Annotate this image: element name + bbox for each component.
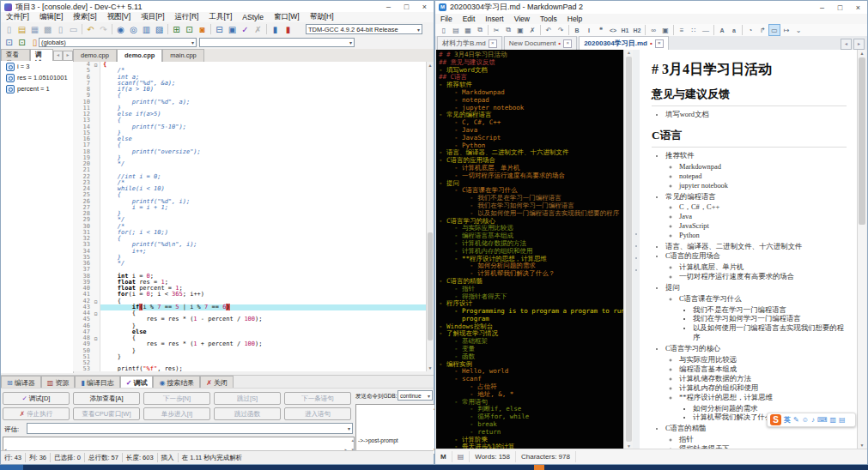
mdp-menu-item-4[interactable]: Tools <box>535 15 562 23</box>
goto-function-icon[interactable]: ▨ <box>153 23 166 35</box>
sogou-tool-icon-2[interactable]: ♪ <box>811 416 815 424</box>
replace-icon[interactable]: ◎ <box>127 23 140 35</box>
watch-item-0[interactable]: i = 3 <box>1 61 73 72</box>
export-icon[interactable]: ↦ <box>780 24 792 36</box>
bottom-tab-搜索结果[interactable]: ◉搜索结果 <box>153 376 200 389</box>
globals-select[interactable]: (globals)▾ <box>39 38 197 47</box>
devcpp-titlebar[interactable]: 项目3 - [console.dev] - Dev-C++ 5.11 –□× <box>1 1 434 13</box>
editor-vscrollbar[interactable]: ▲ ▼ <box>426 62 434 371</box>
tab-icon[interactable]: ↱ <box>756 24 768 36</box>
ime-language-toggle[interactable]: 英 <box>784 415 791 425</box>
numbered-list-icon[interactable]: ∷ <box>688 24 700 36</box>
heading2-icon[interactable]: H2 <box>631 24 643 36</box>
rebuild-icon[interactable]: ⊟ <box>213 23 226 35</box>
tab-close-icon[interactable]: × <box>655 39 664 48</box>
tab-scroll-left-icon[interactable]: ◂ <box>841 39 852 50</box>
devcpp-menu-item-3[interactable]: 视图[V] <box>102 12 136 22</box>
debug-button-调试[D][interactable]: ✓调试[D] <box>3 392 70 405</box>
blockquote-icon[interactable]: ❝ <box>595 24 607 36</box>
reader-mode-icon[interactable]: ▤ <box>452 451 470 462</box>
preview-scroll-down-icon[interactable]: ▼ <box>858 442 866 449</box>
maximize-button[interactable]: □ <box>398 1 416 13</box>
document-tab-1[interactable]: New Document•× <box>504 36 578 50</box>
document-tab-2[interactable]: 20200304学习日.md•× <box>579 36 669 50</box>
minimize-button[interactable]: – <box>813 2 831 14</box>
editor-tab-1[interactable]: demo.cpp <box>117 49 162 62</box>
left-panel-tab-1[interactable]: 调试 <box>30 49 53 61</box>
devcpp-menu-item-7[interactable]: AStyle <box>237 13 269 21</box>
devcpp-menu-item-6[interactable]: 工具[T] <box>203 12 237 22</box>
undo-icon[interactable]: ↶ <box>543 24 555 36</box>
bottom-tab-关闭[interactable]: ✗关闭 <box>200 376 234 389</box>
sogou-tool-icon-3[interactable]: ⌨ <box>817 416 828 424</box>
devcpp-menu-item-0[interactable]: 文件[F] <box>1 12 34 22</box>
sogou-logo-icon[interactable]: S <box>770 414 781 425</box>
tab-scroll-right-icon[interactable]: ▸ <box>853 39 865 50</box>
tab-close-icon[interactable]: × <box>563 39 572 48</box>
mdp-titlebar[interactable]: M 20200304学习日.md - MarkdownPad 2 –□× <box>435 1 867 14</box>
devcpp-menu-item-9[interactable]: 帮助[H] <box>305 12 339 22</box>
compile-icon[interactable]: ⊞ <box>170 23 183 35</box>
delete-icon[interactable]: ✗ <box>526 24 538 36</box>
undo-icon[interactable]: ↶ <box>84 23 97 35</box>
open-icon[interactable]: ▤ <box>450 24 462 36</box>
heading1-icon[interactable]: H1 <box>619 24 631 36</box>
mdp-menu-item-5[interactable]: Help <box>562 15 587 23</box>
editor-preview-splitter[interactable] <box>633 50 640 449</box>
code-editor[interactable]: 4⊟{5 /*6 int a;7 scanf("%d", &a);8 if(a … <box>73 62 427 371</box>
toggle-bookmark-icon[interactable]: ⊡ <box>15 37 28 49</box>
find-icon[interactable]: ◉ <box>114 23 127 35</box>
save-icon[interactable]: ▦ <box>462 24 474 36</box>
scroll-down-arrow-icon[interactable]: ▼ <box>427 365 434 371</box>
save-all-icon[interactable]: ⧉ <box>474 24 486 36</box>
goto-line-icon[interactable]: ▥ <box>140 23 153 35</box>
gdb-output[interactable]: ▲ ▼ ->->post-prompt ->->value-history-be… <box>355 404 438 455</box>
image-icon[interactable]: ▣ <box>659 24 671 36</box>
save-icon[interactable]: ▦ <box>28 23 41 35</box>
debug-button-单步进入[I][interactable]: 单步进入[I] <box>143 407 210 420</box>
compile-run-icon[interactable]: ◙ <box>196 23 209 35</box>
watch-tree[interactable]: i = 3res = 1.05101001percent = 1 <box>1 61 74 373</box>
debug-button-停止执行[interactable]: ✗停止执行 <box>3 407 70 420</box>
close-file-icon[interactable]: ▯ <box>54 23 67 35</box>
spin-up-icon[interactable]: ▴ <box>351 437 354 443</box>
preview-scroll-up-icon[interactable]: ▲ <box>858 50 866 57</box>
delete-profiling-icon[interactable]: ▮ <box>282 23 294 35</box>
bottom-tab-资源[interactable]: ▥资源 <box>41 376 76 389</box>
sogou-tool-icon-1[interactable]: ☺ <box>802 416 809 424</box>
debug-button-跳过函数[interactable]: 跳过函数 <box>214 407 281 420</box>
taskbar-app-icon[interactable] <box>534 465 544 470</box>
code-icon[interactable]: <> <box>607 24 619 36</box>
tab-close-icon[interactable]: × <box>489 39 497 48</box>
close-button[interactable]: × <box>416 1 434 13</box>
syntax-check-icon[interactable]: ✓ <box>239 23 252 35</box>
watch-item-2[interactable]: percent = 1 <box>1 83 73 94</box>
preview-scroll-thumb[interactable] <box>859 57 865 225</box>
editor-tab-2[interactable]: main.cpp <box>162 49 203 62</box>
profile-icon[interactable]: ▮ <box>269 23 282 35</box>
left-panel-tab-0[interactable]: 查看类 <box>1 49 30 61</box>
open-icon[interactable]: ▤ <box>15 23 28 35</box>
paste-icon[interactable]: ▣ <box>514 24 526 36</box>
link-icon[interactable]: ∞ <box>647 24 659 36</box>
insert-icon[interactable]: ⊡ <box>3 37 15 49</box>
mdp-menu-item-0[interactable]: File <box>435 15 458 23</box>
watch-item-1[interactable]: res = 1.05101001 <box>1 72 73 83</box>
sogou-tool-icon-5[interactable]: ▤ <box>839 416 846 424</box>
redo-icon[interactable]: ↷ <box>97 23 110 35</box>
devcpp-menu-item-2[interactable]: 搜索[S] <box>68 12 101 22</box>
bottom-tab-调试[interactable]: ✓调试 <box>120 376 154 389</box>
debug-button-下一步[N][interactable]: 下一步[N] <box>143 392 210 405</box>
start-button[interactable] <box>0 465 23 470</box>
editor-vscroll-thumb[interactable] <box>428 232 433 340</box>
italic-icon[interactable]: I <box>583 24 595 36</box>
panel-tab-scroll-left-icon[interactable]: ◂ <box>53 51 64 61</box>
horizontal-rule-icon[interactable]: — <box>700 24 712 36</box>
markdown-mode-badge[interactable]: M <box>435 451 452 462</box>
lowercase-icon[interactable]: a <box>728 24 740 36</box>
mdp-menu-item-1[interactable]: Edit <box>458 15 481 23</box>
bottom-tab-编译日志[interactable]: ▮编译日志 <box>75 376 119 389</box>
mdp-menu-item-3[interactable]: View <box>509 15 535 23</box>
sogou-tool-icon-0[interactable]: ✎ <box>793 416 799 424</box>
debug-button-查看CPU窗口[W][interactable]: 查看CPU窗口[W] <box>73 407 140 420</box>
